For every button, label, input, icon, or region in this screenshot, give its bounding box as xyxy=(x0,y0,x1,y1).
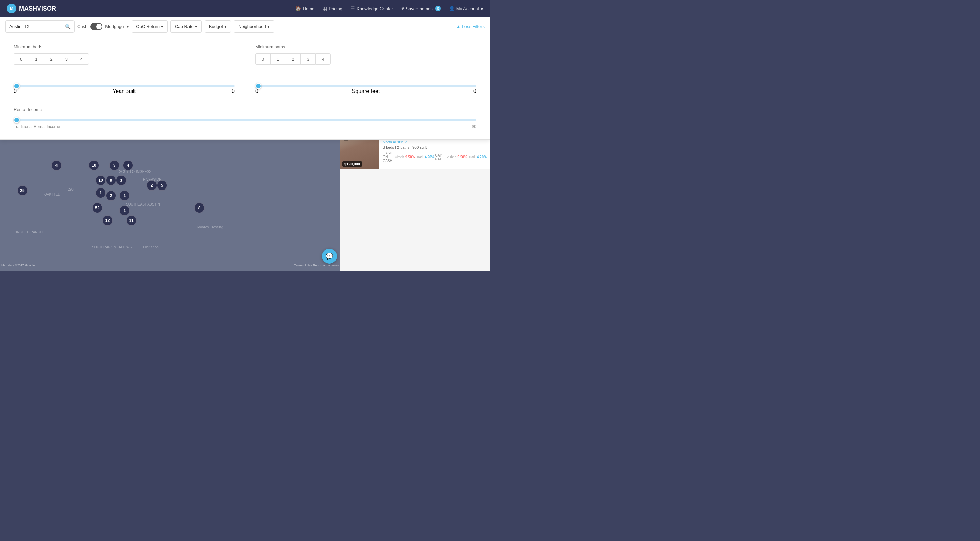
beds-baths-row: Minimum beds 0 1 2 3 4 Minimum baths 0 1… xyxy=(14,44,476,65)
rental-income-section: Rental Income Traditional Rental Income … xyxy=(14,101,476,129)
rental-type-toggle: Cash Mortgage ▾ xyxy=(77,23,129,30)
chat-button[interactable]: 💬 xyxy=(322,249,337,264)
min-baths-label: Minimum baths xyxy=(255,44,476,49)
property-details: 3 beds | 2 baths | 900 sq.ft xyxy=(383,145,487,150)
nav-knowledge[interactable]: ☰ Knowledge Center xyxy=(350,6,393,11)
min-baths-group: Minimum baths 0 1 2 3 4 xyxy=(255,44,476,65)
less-filters-btn[interactable]: ▲ Less Filters xyxy=(456,24,485,29)
coc-values: Airbnb 9.50% Trad. 4.20% xyxy=(395,155,434,159)
map-cluster[interactable]: 3 xyxy=(109,160,120,171)
map-cluster[interactable]: 4 xyxy=(123,160,134,171)
map-cluster[interactable]: 11 xyxy=(126,215,137,226)
beds-2-btn[interactable]: 2 xyxy=(43,53,59,65)
beds-4-btn[interactable]: 4 xyxy=(74,53,89,65)
road-label-290: 290 xyxy=(68,188,74,191)
expanded-filter-panel: Minimum beds 0 1 2 3 4 Minimum baths 0 1… xyxy=(0,36,490,140)
filter-bar: 🔍 Cash Mortgage ▾ CoC Return ▾ Cap Rate … xyxy=(0,17,490,36)
cap-metric-row: CAP RATE Airbnb 9.50% Trad. 4.20% xyxy=(435,151,487,162)
rental-labels: Traditional Rental Income $0 xyxy=(14,124,476,129)
sqft-max-val: 0 xyxy=(473,88,476,94)
external-link-icon: ↗ xyxy=(404,140,407,144)
baths-3-btn[interactable]: 3 xyxy=(301,53,315,65)
map-cluster[interactable]: 2 xyxy=(105,190,116,201)
chevron-down-icon: ▾ xyxy=(195,24,197,29)
map-cluster[interactable]: 4 xyxy=(51,160,62,171)
map-cluster[interactable]: 2 xyxy=(146,180,157,191)
sqft-group: 0 Square feet 0 xyxy=(255,82,476,94)
map-cluster[interactable]: 10 xyxy=(95,175,106,186)
map-cluster[interactable]: 25 xyxy=(17,185,28,196)
nav-saved[interactable]: ♥ Saved homes 8 xyxy=(401,6,441,11)
sqft-count: 900 sq.ft xyxy=(412,145,427,150)
home-icon: 🏠 xyxy=(295,6,301,11)
budget-filter[interactable]: Budget ▾ xyxy=(205,21,231,33)
baths-2-btn[interactable]: 2 xyxy=(285,53,300,65)
search-button[interactable]: 🔍 xyxy=(65,24,71,29)
baths-1-btn[interactable]: 1 xyxy=(270,53,285,65)
area-label-se-austin: SOUTHEAST AUSTIN xyxy=(126,202,160,206)
baths-0-btn[interactable]: 0 xyxy=(255,53,270,65)
coc-label: CASH ON CASH xyxy=(383,151,395,162)
beds-1-btn[interactable]: 1 xyxy=(29,53,43,65)
baths-4-btn[interactable]: 4 xyxy=(315,53,331,65)
sqft-center-label: Square feet xyxy=(352,88,380,94)
map-cluster[interactable]: 8 xyxy=(194,202,205,213)
mortgage-label: Mortgage xyxy=(105,24,124,29)
coc-trad-val: 4.20% xyxy=(425,155,434,159)
chevron-down-icon: ▾ xyxy=(161,24,163,29)
rental-income-slider[interactable] xyxy=(14,119,476,121)
search-wrap: 🔍 xyxy=(5,21,75,33)
beds-0-btn[interactable]: 0 xyxy=(14,53,29,65)
area-label-pilot-knob: Pilot Knob xyxy=(143,245,159,249)
airbnb-label: Airbnb xyxy=(447,155,456,159)
nav-account[interactable]: 👤 My Account ▾ xyxy=(449,6,483,11)
search-input[interactable] xyxy=(9,24,64,29)
year-sqft-row: 0 Year Built 0 0 Square feet 0 xyxy=(14,82,476,94)
sqft-min-val: 0 xyxy=(255,88,258,94)
traditional-rental-value: $0 xyxy=(472,124,476,129)
cap-rate-filter[interactable]: Cap Rate ▾ xyxy=(170,21,202,33)
area-label-moores: Moores Crossing xyxy=(197,225,223,229)
knowledge-icon: ☰ xyxy=(350,6,355,11)
year-built-slider[interactable] xyxy=(14,85,235,87)
map-cluster[interactable]: 52 xyxy=(92,202,103,213)
property-neighborhood[interactable]: North Austin ↗ xyxy=(383,140,487,144)
toggle-switch[interactable] xyxy=(90,23,102,30)
map-cluster[interactable]: 1 xyxy=(95,188,106,198)
beds-3-btn[interactable]: 3 xyxy=(59,53,74,65)
min-beds-label: Minimum beds xyxy=(14,44,235,49)
coc-metric-row: CASH ON CASH Airbnb 9.50% Trad. 4.20% xyxy=(383,151,434,162)
area-label-southcongress: SOUTH CONGRESS xyxy=(119,170,151,173)
map-cluster[interactable]: 10 xyxy=(89,160,99,171)
map-cluster[interactable]: 12 xyxy=(102,215,113,226)
neighborhood-filter[interactable]: Neighborhood ▾ xyxy=(234,21,274,33)
nav-pricing[interactable]: ▦ Pricing xyxy=(323,6,342,11)
sqft-slider[interactable] xyxy=(255,85,476,87)
map-cluster[interactable]: 9 xyxy=(105,175,116,186)
sqft-labels: 0 Square feet 0 xyxy=(255,88,476,94)
year-built-max-val: 0 xyxy=(232,88,235,94)
map-cluster[interactable]: 1 xyxy=(119,190,130,201)
area-label-circle-c: CIRCLE C RANCH xyxy=(14,230,43,234)
map-cluster[interactable]: 1 xyxy=(119,205,130,216)
area-label-oakhill: OAK HILL xyxy=(44,193,60,196)
year-built-center-label: Year Built xyxy=(113,88,136,94)
baths-count: 2 baths xyxy=(397,145,409,150)
account-icon: 👤 xyxy=(449,6,455,11)
nav-menu: 🏠 Home ▦ Pricing ☰ Knowledge Center ♥ Sa… xyxy=(295,6,483,11)
map-cluster[interactable]: 3 xyxy=(116,175,127,186)
airbnb-label: Airbnb xyxy=(395,155,404,159)
property-metrics: CASH ON CASH Airbnb 9.50% Trad. 4.20% CA… xyxy=(383,151,487,162)
chevron-down-icon: ▾ xyxy=(267,24,270,29)
logo[interactable]: M MASHVISOR xyxy=(7,4,295,13)
map-cluster[interactable]: 5 xyxy=(156,180,167,191)
coc-return-filter[interactable]: CoC Return ▾ xyxy=(132,21,168,33)
trad-label: Trad. xyxy=(469,155,476,159)
cap-label: CAP RATE xyxy=(435,153,447,161)
navbar: M MASHVISOR 🏠 Home ▦ Pricing ☰ Knowledge… xyxy=(0,0,490,17)
nav-home[interactable]: 🏠 Home xyxy=(295,6,315,11)
chevron-down-icon: ▾ xyxy=(481,6,483,11)
pricing-icon: ▦ xyxy=(323,6,327,11)
year-built-group: 0 Year Built 0 xyxy=(14,82,235,94)
saved-count-badge: 8 xyxy=(435,6,441,11)
